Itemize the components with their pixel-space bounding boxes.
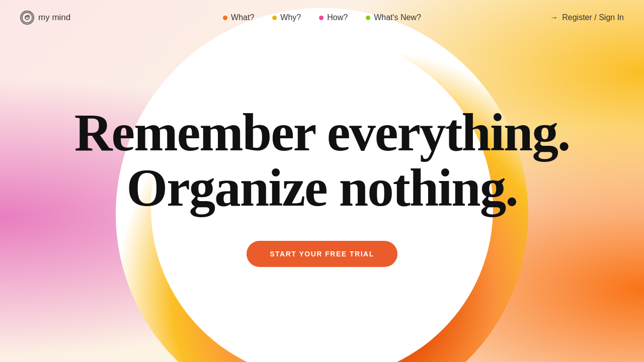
hero-title: Remember everything. Organize nothing. <box>74 105 570 216</box>
logo[interactable]: my mind <box>20 11 70 25</box>
logo-text: my mind <box>38 13 70 23</box>
what-dot <box>223 16 227 20</box>
why-dot <box>272 16 277 20</box>
hero-section: Remember everything. Organize nothing. S… <box>0 0 644 362</box>
nav-whats-new-label: What's New? <box>374 13 421 22</box>
hero-line1: Remember everything. <box>74 103 570 162</box>
logo-icon <box>20 11 34 25</box>
how-dot <box>319 16 324 20</box>
navbar: my mind What? Why? How? What's New? → Re… <box>0 0 644 35</box>
register-label: Register / Sign In <box>562 13 624 22</box>
register-link[interactable]: → Register / Sign In <box>550 13 624 22</box>
svg-point-1 <box>25 16 29 20</box>
hero-line2: Organize nothing. <box>127 158 518 217</box>
nav-what-label: What? <box>231 13 254 22</box>
svg-line-2 <box>27 16 30 18</box>
nav-how[interactable]: How? <box>319 13 348 22</box>
nav-what[interactable]: What? <box>223 13 254 22</box>
nav-why[interactable]: Why? <box>272 13 301 22</box>
whats-new-dot <box>366 16 370 20</box>
nav-how-label: How? <box>327 13 348 22</box>
nav-whats-new[interactable]: What's New? <box>366 13 421 22</box>
register-arrow: → <box>550 13 558 22</box>
nav-links: What? Why? How? What's New? <box>223 13 421 22</box>
nav-why-label: Why? <box>280 13 301 22</box>
svg-point-0 <box>22 13 33 23</box>
cta-button[interactable]: START YOUR FREE TRIAL <box>247 241 397 267</box>
